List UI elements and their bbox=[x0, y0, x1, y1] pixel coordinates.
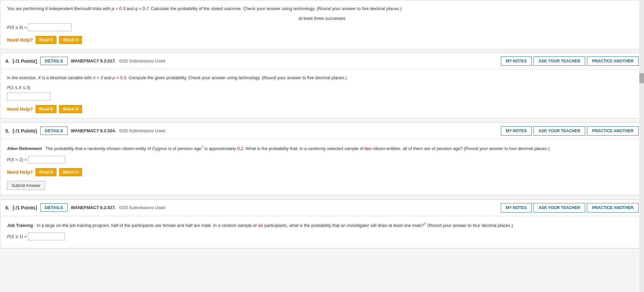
question-5-number: 5. bbox=[5, 128, 9, 134]
q-value-top: 0.7 bbox=[142, 6, 148, 11]
question-6-math-row: P(X ≥ 1) = bbox=[7, 233, 637, 240]
question-4-code: WANEFMAC7 9.2.017. bbox=[71, 58, 116, 63]
question-6-answer-input[interactable] bbox=[28, 233, 65, 240]
question-4-practice-another-button[interactable]: PRACTICE ANOTHER bbox=[587, 56, 639, 66]
q4-n-value: 3 bbox=[100, 75, 103, 80]
question-5-details-button[interactable]: DETAILS bbox=[40, 127, 68, 135]
question-6-details-button[interactable]: DETAILS bbox=[40, 203, 68, 212]
question-5-need-help-row: Need Help? Read It Watch It bbox=[7, 168, 637, 176]
top-need-help-row: Need Help? Read It Watch It bbox=[7, 36, 637, 44]
question-4-number: 4. bbox=[5, 58, 9, 64]
top-math-expr: P(X ≥ 3) = bbox=[7, 23, 637, 31]
question-4-answer-input[interactable] bbox=[7, 93, 51, 100]
q5-color-word: two bbox=[364, 146, 371, 151]
q5-color-value: 0.2 bbox=[237, 146, 243, 151]
question-6-ask-teacher-button[interactable]: ASK YOUR TEACHER bbox=[533, 203, 585, 212]
question-4-header: 4. [-/1 Points] DETAILS WANEFMAC7 9.2.01… bbox=[0, 53, 644, 69]
question-5-need-help-label: Need Help? bbox=[7, 169, 33, 175]
question-6-number: 6. bbox=[5, 205, 9, 210]
question-6-practice-another-button[interactable]: PRACTICE ANOTHER bbox=[587, 203, 639, 212]
question-4-text: In the exercise, X is a binomial variabl… bbox=[7, 75, 637, 82]
question-5-ask-teacher-button[interactable]: ASK YOUR TEACHER bbox=[533, 126, 585, 136]
question-5-text: Alien Retirement The probability that a … bbox=[7, 144, 637, 152]
question-5-bold-label: Alien Retirement bbox=[7, 146, 42, 151]
question-5-actions: MY NOTES ASK YOUR TEACHER PRACTICE ANOTH… bbox=[501, 126, 639, 136]
q6-color-word: six bbox=[258, 223, 263, 228]
question-4-input-row bbox=[7, 93, 637, 100]
question-4-actions: MY NOTES ASK YOUR TEACHER PRACTICE ANOTH… bbox=[501, 56, 639, 66]
top-answer-input[interactable] bbox=[28, 23, 72, 31]
question-4-ask-teacher-button[interactable]: ASK YOUR TEACHER bbox=[533, 56, 585, 66]
question-5-read-it-button[interactable]: Read It bbox=[36, 168, 56, 176]
question-6-block: 6. [-/1 Points] DETAILS WANEFMAC7 9.2.02… bbox=[0, 199, 644, 248]
question-4-math: P(1 ≤ X ≤ 3) bbox=[7, 85, 637, 90]
question-5-code: WANEFMAC7 9.2.024. bbox=[71, 128, 116, 133]
top-question-text: You are performing 6 independent Bernoul… bbox=[7, 5, 637, 12]
scrollbar-thumb[interactable] bbox=[639, 73, 644, 83]
question-4-points: [-/1 Points] bbox=[13, 58, 37, 64]
question-4-need-help-row: Need Help? Read It Watch It bbox=[7, 105, 637, 113]
question-6-bold-label: Job Training bbox=[7, 223, 33, 228]
question-4-watch-it-button[interactable]: Watch It bbox=[59, 105, 82, 113]
p-value-top: 0.3 bbox=[119, 6, 125, 11]
question-6-body: Job Training In a large on-the-job train… bbox=[0, 216, 644, 248]
trial-count: 6 bbox=[45, 6, 48, 11]
question-5-watch-it-button[interactable]: Watch It bbox=[59, 168, 82, 176]
question-5-block: 5. [-/1 Points] DETAILS WANEFMAC7 9.2.02… bbox=[0, 123, 644, 195]
question-6-actions: MY NOTES ASK YOUR TEACHER PRACTICE ANOTH… bbox=[501, 203, 639, 212]
question-6-my-notes-button[interactable]: MY NOTES bbox=[501, 203, 532, 212]
top-need-help-label: Need Help? bbox=[7, 37, 33, 43]
question-6-header: 6. [-/1 Points] DETAILS WANEFMAC7 9.2.02… bbox=[0, 200, 644, 216]
question-5-body: Alien Retirement The probability that a … bbox=[0, 139, 644, 195]
top-sub-text: at least three successes bbox=[7, 16, 637, 21]
question-5-answer-input[interactable] bbox=[28, 156, 65, 163]
question-4-my-notes-button[interactable]: MY NOTES bbox=[501, 56, 532, 66]
question-6-submissions: 0/20 Submissions Used bbox=[119, 205, 165, 210]
top-watch-it-button[interactable]: Watch It bbox=[59, 36, 82, 44]
question-4-read-it-button[interactable]: Read It bbox=[36, 105, 56, 113]
question-5-submit-button[interactable]: Submit Answer bbox=[7, 181, 45, 190]
question-5-practice-another-button[interactable]: PRACTICE ANOTHER bbox=[587, 126, 639, 136]
scrollbar[interactable] bbox=[639, 0, 644, 252]
question-4-details-button[interactable]: DETAILS bbox=[40, 57, 68, 65]
question-5-submissions: 0/20 Submissions Used bbox=[119, 128, 165, 133]
question-4-need-help-label: Need Help? bbox=[7, 106, 33, 112]
question-5-submit-row: Submit Answer bbox=[7, 176, 637, 190]
question-4-body: In the exercise, X is a binomial variabl… bbox=[0, 69, 644, 118]
question-6-text: Job Training In a large on-the-job train… bbox=[7, 221, 637, 229]
question-5-points: [-/1 Points] bbox=[13, 128, 37, 134]
question-4-block: 4. [-/1 Points] DETAILS WANEFMAC7 9.2.01… bbox=[0, 53, 644, 118]
question-5-my-notes-button[interactable]: MY NOTES bbox=[501, 126, 532, 136]
top-partial-section: You are performing 6 independent Bernoul… bbox=[0, 0, 644, 49]
question-4-submissions: 0/20 Submissions Used bbox=[119, 58, 165, 63]
q4-p-value: 0.3 bbox=[120, 75, 126, 80]
question-6-code: WANEFMAC7 9.2.027. bbox=[71, 205, 116, 210]
question-5-header: 5. [-/1 Points] DETAILS WANEFMAC7 9.2.02… bbox=[0, 123, 644, 139]
top-read-it-button[interactable]: Read It bbox=[36, 36, 56, 44]
question-5-math-row: P(X = 2) = bbox=[7, 156, 637, 163]
question-6-points: [-/1 Points] bbox=[13, 205, 37, 210]
